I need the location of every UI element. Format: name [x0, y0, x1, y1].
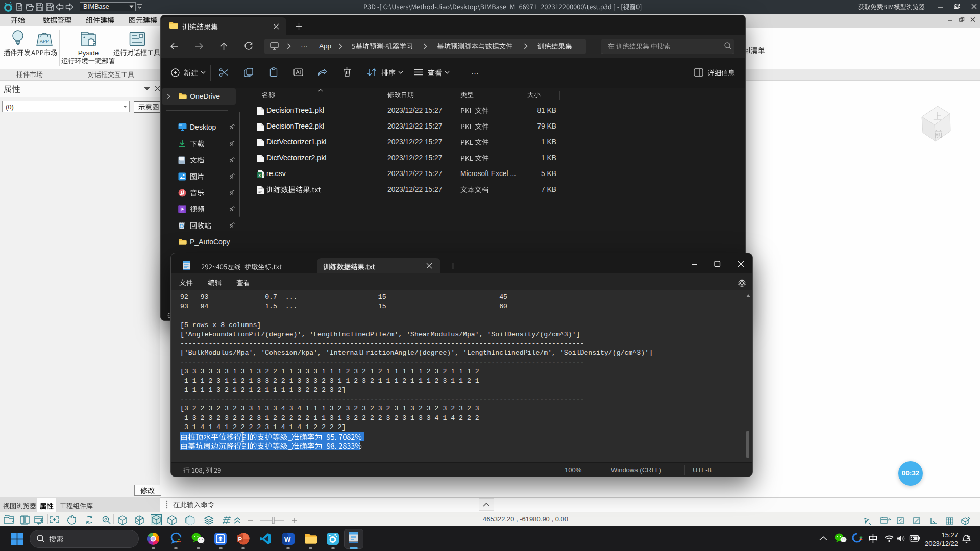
svg-text:P: P — [238, 536, 242, 542]
svg-text:APP: APP — [40, 39, 49, 44]
svg-text:W: W — [284, 536, 291, 543]
svg-text:a: a — [263, 173, 265, 177]
